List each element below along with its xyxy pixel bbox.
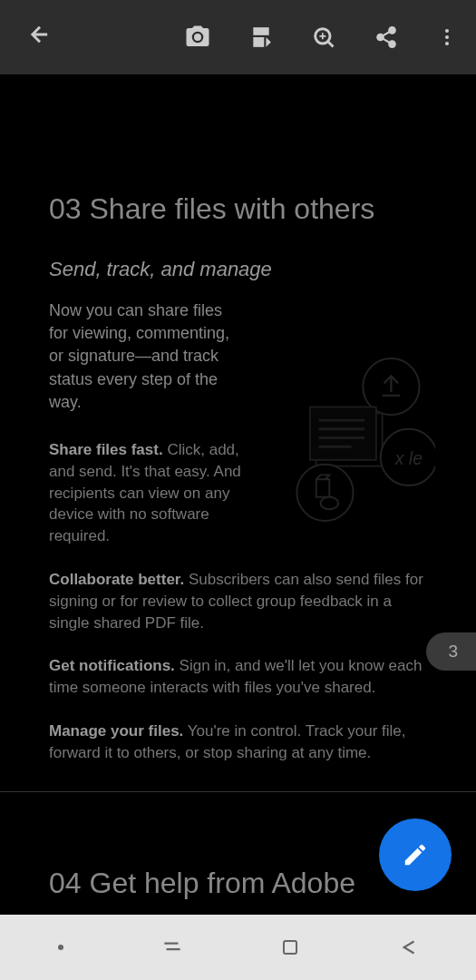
section-title-text: Share files with others xyxy=(89,192,374,225)
page-number-badge[interactable]: 3 xyxy=(426,632,476,671)
svg-point-5 xyxy=(389,41,395,47)
svg-rect-0 xyxy=(253,27,268,35)
feature-share-fast: Share files fast. Click, add, and send. … xyxy=(49,439,248,547)
edit-fab-button[interactable] xyxy=(379,818,452,891)
svg-text:x le: x le xyxy=(394,448,423,468)
feature-notifications: Get notifications. Sign in, and we'll le… xyxy=(49,655,427,699)
feature-title: Get notifications. xyxy=(49,657,175,674)
feature-collaborate: Collaborate better. Subscribers can also… xyxy=(49,569,427,633)
section-number: 04 xyxy=(49,867,82,899)
feature-title: Share files fast. xyxy=(49,441,163,458)
share-illustration-icon: x le xyxy=(277,351,435,528)
svg-point-3 xyxy=(389,27,395,34)
nav-dot[interactable] xyxy=(38,934,83,961)
system-nav-bar xyxy=(0,915,476,980)
svg-rect-11 xyxy=(310,407,376,460)
divider xyxy=(0,791,476,792)
search-icon[interactable] xyxy=(311,24,336,50)
feature-title: Collaborate better. xyxy=(49,571,184,588)
section-subtitle: Send, track, and manage xyxy=(49,258,427,281)
document-icon[interactable] xyxy=(249,25,273,49)
section-title-text: Get help from Adobe xyxy=(89,867,355,899)
back-button[interactable] xyxy=(18,13,62,63)
intro-paragraph: Now you can share files for viewing, com… xyxy=(49,299,239,414)
svg-point-7 xyxy=(445,35,449,39)
svg-rect-21 xyxy=(284,941,296,954)
share-icon[interactable] xyxy=(374,25,398,49)
section-04-title: 04 Get help from Adobe xyxy=(49,867,355,900)
svg-point-4 xyxy=(377,34,384,41)
svg-point-20 xyxy=(58,945,63,950)
nav-recents-icon[interactable] xyxy=(142,926,202,968)
document-content: 03 Share files with others Send, track, … xyxy=(0,74,476,822)
menu-icon[interactable] xyxy=(436,26,458,48)
feature-title: Manage your files. xyxy=(49,722,183,740)
svg-rect-1 xyxy=(253,37,264,47)
nav-home-icon[interactable] xyxy=(261,927,319,967)
camera-icon[interactable] xyxy=(184,24,211,51)
section-number: 03 xyxy=(49,192,82,225)
pencil-icon xyxy=(402,841,429,868)
nav-back-icon[interactable] xyxy=(378,926,438,968)
svg-point-6 xyxy=(445,29,449,33)
top-toolbar xyxy=(0,0,476,74)
section-03-title: 03 Share files with others xyxy=(49,192,427,226)
svg-point-8 xyxy=(445,42,449,45)
feature-manage: Manage your files. You're in control. Tr… xyxy=(49,720,427,764)
svg-point-18 xyxy=(296,465,353,521)
